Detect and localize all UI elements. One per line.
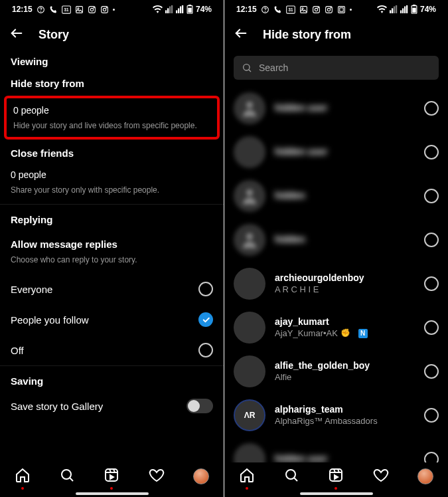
phone-icon (273, 5, 282, 14)
svg-rect-21 (300, 6, 307, 13)
list-item[interactable]: hidden user (234, 86, 439, 130)
allow-replies-sub: Choose who can reply to your story. (0, 254, 224, 274)
gallery-icon (75, 5, 84, 14)
svg-text:31: 31 (288, 7, 293, 12)
status-bar: 12:15 31 74% (0, 0, 224, 19)
list-item[interactable]: archieourgoldenboy A R C H I E (234, 262, 439, 306)
avatar (234, 312, 265, 344)
bottom-nav (0, 462, 224, 497)
close-friends-value: 0 people (0, 163, 224, 181)
select-circle-icon[interactable] (424, 189, 439, 203)
search-icon[interactable] (59, 467, 75, 486)
svg-rect-32 (413, 5, 415, 6)
option-label: People you follow (11, 314, 89, 326)
user-name: hidden user (275, 102, 415, 114)
page-title: Hide story from (263, 28, 351, 42)
status-battery: 74% (196, 5, 212, 14)
radio-unselected-icon (198, 282, 213, 296)
home-icon[interactable] (239, 467, 255, 486)
select-circle-icon[interactable] (424, 364, 439, 379)
close-friends-title: Close friends (0, 144, 224, 163)
hide-story-item[interactable]: 0 people Hide your story and live videos… (4, 96, 220, 140)
reels-icon[interactable] (328, 467, 344, 486)
n-badge-icon: N (358, 329, 368, 338)
battery-icon (411, 5, 417, 14)
user-name: archieourgoldenboy (275, 272, 415, 284)
option-people-you-follow[interactable]: People you follow (0, 304, 224, 335)
user-name: alfie_the_golden_boy (275, 360, 415, 372)
save-gallery-label: Save story to Gallery (11, 401, 103, 412)
hide-story-title: Hide story from (0, 74, 224, 93)
svg-rect-33 (412, 8, 415, 13)
instagram-icon (88, 5, 96, 14)
avatar (234, 180, 265, 212)
svg-point-11 (106, 7, 107, 7)
svg-point-28 (331, 7, 331, 7)
back-icon[interactable] (234, 26, 248, 43)
user-name: alpharigs_team (275, 404, 415, 416)
svg-rect-30 (339, 7, 342, 11)
select-circle-icon[interactable] (424, 408, 439, 423)
radio-selected-icon (198, 312, 213, 327)
avatar (234, 268, 265, 300)
radio-unselected-icon (198, 343, 213, 357)
select-circle-icon[interactable] (424, 320, 439, 335)
back-icon[interactable] (9, 26, 24, 43)
signal-icon (390, 5, 398, 13)
svg-point-10 (103, 8, 106, 11)
close-friends-item[interactable]: 0 people Share your story only with spec… (0, 163, 224, 204)
svg-rect-13 (188, 5, 190, 6)
signal-icon (400, 5, 408, 13)
list-item[interactable]: ajay_kumart AjaY_Kumar•AK✊ N (234, 306, 439, 349)
save-gallery-item[interactable]: Save story to Gallery (0, 393, 224, 416)
select-circle-icon[interactable] (424, 276, 439, 291)
profile-avatar[interactable] (417, 468, 433, 484)
select-circle-icon[interactable] (424, 452, 439, 462)
search-input[interactable]: Search (234, 56, 439, 80)
list-item[interactable]: ΛR alpharigs_team AlphaRigs™ Ambassadors (234, 393, 439, 437)
select-circle-icon[interactable] (424, 101, 439, 116)
header: Hide story from (224, 19, 448, 50)
instagram-icon (100, 5, 109, 14)
select-circle-icon[interactable] (424, 233, 439, 247)
whatsapp-icon (261, 5, 269, 14)
svg-point-25 (318, 7, 319, 7)
avatar (234, 92, 265, 124)
search-icon[interactable] (283, 467, 299, 486)
status-battery: 74% (420, 5, 436, 14)
badge-31-icon: 31 (62, 5, 71, 14)
status-time: 12:15 (12, 5, 33, 14)
option-label: Everyone (11, 284, 52, 295)
home-icon[interactable] (15, 467, 31, 486)
hide-story-value: 0 people (13, 100, 210, 117)
reels-icon[interactable] (104, 467, 119, 486)
dot-icon (113, 9, 115, 11)
gallery-icon (299, 5, 308, 14)
heart-icon[interactable] (149, 467, 165, 486)
list-item[interactable]: hidden (234, 174, 439, 218)
header: Story (0, 19, 224, 50)
user-sub: AlphaRigs™ Ambassadors (275, 416, 415, 427)
home-indicator (300, 492, 373, 495)
battery-icon (187, 5, 193, 14)
list-item[interactable]: alfie_the_golden_boy Alfie (234, 349, 439, 393)
list-item[interactable]: hidden (234, 218, 439, 262)
option-off[interactable]: Off (0, 335, 224, 365)
user-name: hidden user (275, 146, 415, 158)
svg-rect-4 (76, 6, 82, 13)
svg-rect-14 (188, 8, 191, 13)
wifi-icon (377, 5, 387, 13)
list-item[interactable]: hidden user (234, 130, 439, 174)
list-item[interactable]: hidden user (234, 437, 439, 462)
toggle-off-icon[interactable] (187, 399, 213, 413)
option-everyone[interactable]: Everyone (0, 274, 224, 304)
profile-avatar[interactable] (193, 468, 209, 484)
select-circle-icon[interactable] (424, 145, 439, 159)
phone-icon (49, 5, 58, 14)
svg-point-35 (246, 102, 253, 108)
bottom-nav (224, 462, 448, 497)
svg-point-24 (315, 8, 317, 11)
heart-icon[interactable] (373, 467, 389, 486)
close-friends-sub: Share your story only with specific peop… (0, 181, 224, 204)
svg-point-38 (286, 470, 295, 479)
